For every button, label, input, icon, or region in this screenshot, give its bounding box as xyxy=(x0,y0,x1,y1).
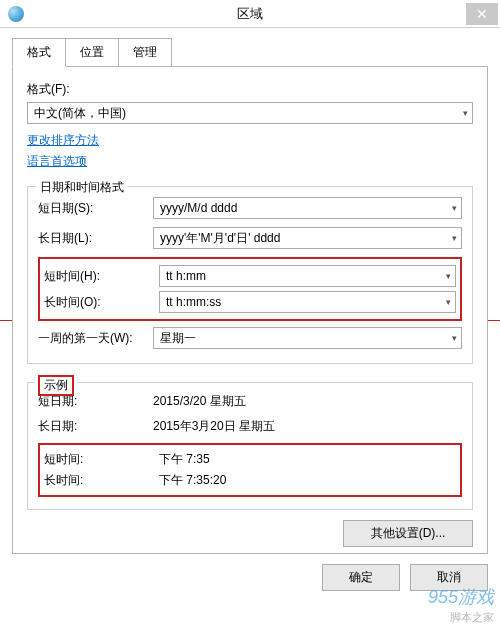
chevron-down-icon: ▾ xyxy=(446,271,451,281)
dialog-buttons: 确定 取消 xyxy=(12,564,488,591)
long-time-select[interactable]: tt h:mm:ss ▾ xyxy=(159,291,456,313)
short-time-label: 短时间(H): xyxy=(44,268,159,285)
example-legend: 示例 xyxy=(38,375,74,396)
long-time-label: 长时间(O): xyxy=(44,294,159,311)
format-panel: 格式(F): 中文(简体，中国) ▾ 更改排序方法 语言首选项 日期和时间格式 … xyxy=(12,66,488,554)
first-day-select[interactable]: 星期一 ▾ xyxy=(153,327,462,349)
ex-long-date-label: 长日期: xyxy=(38,418,153,435)
ex-short-date-value: 2015/3/20 星期五 xyxy=(153,393,462,410)
datetime-fieldset: 日期和时间格式 短日期(S): yyyy/M/d dddd ▾ 长日期(L): … xyxy=(27,186,473,364)
format-label: 格式(F): xyxy=(27,81,473,98)
example-legend-wrap: 示例 xyxy=(34,375,78,396)
content-area: 格式 位置 管理 格式(F): 中文(简体，中国) ▾ 更改排序方法 语言首选项… xyxy=(0,28,500,599)
ex-long-time-label: 长时间: xyxy=(44,472,159,489)
first-day-value: 星期一 xyxy=(160,330,196,347)
ex-long-time-value: 下午 7:35:20 xyxy=(159,472,456,489)
watermark: 955游戏 xyxy=(428,585,494,609)
short-date-value: yyyy/M/d dddd xyxy=(160,201,237,215)
chevron-down-icon: ▾ xyxy=(463,108,468,118)
tab-management[interactable]: 管理 xyxy=(118,38,172,67)
chevron-down-icon: ▾ xyxy=(452,203,457,213)
change-sort-link[interactable]: 更改排序方法 xyxy=(27,132,99,149)
tab-format[interactable]: 格式 xyxy=(12,38,66,67)
window-title: 区域 xyxy=(0,5,500,23)
title-bar: 区域 ✕ xyxy=(0,0,500,28)
long-date-value: yyyy'年'M'月'd'日' dddd xyxy=(160,230,280,247)
format-value: 中文(简体，中国) xyxy=(34,105,126,122)
ex-short-time-label: 短时间: xyxy=(44,451,159,468)
other-settings-button[interactable]: 其他设置(D)... xyxy=(343,520,473,547)
ex-long-date-value: 2015年3月20日 星期五 xyxy=(153,418,462,435)
highlight-example-rows: 短时间: 下午 7:35 长时间: 下午 7:35:20 xyxy=(38,443,462,497)
chevron-down-icon: ▾ xyxy=(446,297,451,307)
long-date-select[interactable]: yyyy'年'M'月'd'日' dddd ▾ xyxy=(153,227,462,249)
chevron-down-icon: ▾ xyxy=(452,233,457,243)
tab-strip: 格式 位置 管理 xyxy=(12,38,488,67)
chevron-down-icon: ▾ xyxy=(452,333,457,343)
tab-location[interactable]: 位置 xyxy=(65,38,119,67)
datetime-legend: 日期和时间格式 xyxy=(36,179,128,196)
long-date-label: 长日期(L): xyxy=(38,230,153,247)
highlight-time-rows: 短时间(H): tt h:mm ▾ 长时间(O): tt h:mm:ss ▾ xyxy=(38,257,462,321)
ex-short-time-value: 下午 7:35 xyxy=(159,451,456,468)
long-time-value: tt h:mm:ss xyxy=(166,295,221,309)
short-date-label: 短日期(S): xyxy=(38,200,153,217)
short-date-select[interactable]: yyyy/M/d dddd ▾ xyxy=(153,197,462,219)
format-select[interactable]: 中文(简体，中国) ▾ xyxy=(27,102,473,124)
short-time-value: tt h:mm xyxy=(166,269,206,283)
first-day-label: 一周的第一天(W): xyxy=(38,330,153,347)
language-prefs-link[interactable]: 语言首选项 xyxy=(27,153,87,170)
short-time-select[interactable]: tt h:mm ▾ xyxy=(159,265,456,287)
example-fieldset: 示例 短日期: 2015/3/20 星期五 长日期: 2015年3月20日 星期… xyxy=(27,382,473,510)
ok-button[interactable]: 确定 xyxy=(322,564,400,591)
watermark-sub: 脚本之家 xyxy=(450,610,494,625)
